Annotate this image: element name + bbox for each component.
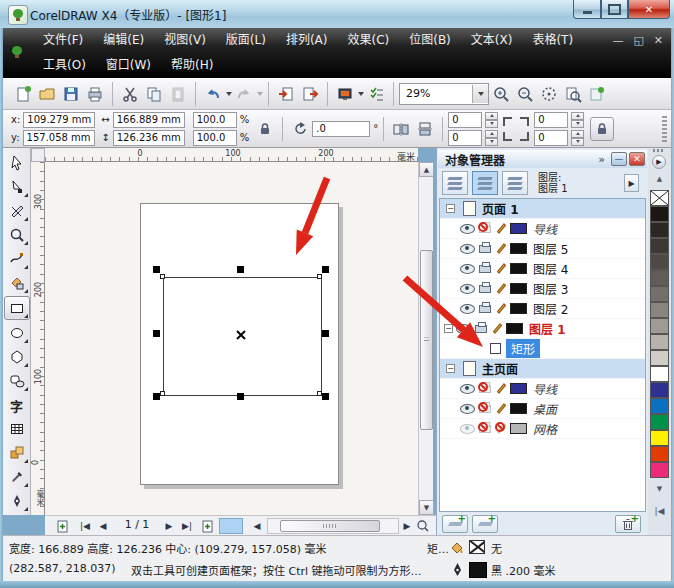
palette-swatch[interactable]: [650, 286, 669, 302]
edit-toggle[interactable]: [489, 321, 506, 337]
zoom-level-combo[interactable]: 29%: [399, 83, 489, 105]
page-tab[interactable]: [219, 518, 243, 534]
crop-tool[interactable]: [5, 200, 29, 222]
palette-swatch[interactable]: [650, 206, 669, 222]
last-page-button[interactable]: ▶|: [179, 518, 195, 534]
table-tool[interactable]: [5, 418, 29, 440]
redo-dropdown[interactable]: [257, 92, 263, 96]
layer-color-swatch[interactable]: [506, 323, 523, 334]
spinner-up-icon[interactable]: [485, 112, 498, 120]
pick-tool[interactable]: [5, 152, 29, 174]
layer-color-swatch[interactable]: [510, 303, 527, 314]
drawing-canvas[interactable]: [45, 162, 418, 515]
spinner-down-icon[interactable]: [571, 120, 584, 128]
next-page-button[interactable]: ▶: [161, 518, 177, 534]
layer-color-swatch[interactable]: [510, 243, 527, 254]
quick-zoom-button[interactable]: [415, 518, 431, 534]
mirror-vertical-button[interactable]: [413, 117, 437, 141]
rectangle-tool[interactable]: [4, 296, 30, 320]
print-button[interactable]: [83, 82, 107, 106]
corner-tr-spinner[interactable]: [571, 112, 584, 128]
rectangle-corner-node[interactable]: [160, 274, 165, 279]
layer-color-swatch[interactable]: [510, 423, 527, 434]
spinner-up-icon[interactable]: [571, 130, 584, 138]
corner-tl-spinner[interactable]: [485, 112, 498, 128]
document-icon[interactable]: [7, 40, 27, 64]
menu-help[interactable]: 帮助(H): [161, 53, 223, 78]
x-position-field[interactable]: 109.279 mm: [23, 112, 95, 128]
y-position-field[interactable]: 157.058 mm: [23, 130, 95, 146]
maximize-button[interactable]: [601, 0, 628, 19]
palette-swatch[interactable]: [650, 430, 669, 446]
palette-swatch[interactable]: [650, 334, 669, 350]
palette-expand-left[interactable]: |◀: [654, 506, 665, 516]
paste-button[interactable]: [166, 82, 190, 106]
palette-swatch[interactable]: [650, 366, 669, 382]
rectangle-selected-label[interactable]: 矩形: [506, 339, 540, 358]
print-toggle[interactable]: [476, 381, 493, 397]
palette-swatch[interactable]: [650, 414, 669, 430]
palette-scroll-up[interactable]: ▲: [654, 174, 665, 184]
mirror-horizontal-button[interactable]: [389, 117, 413, 141]
rotation-angle-field[interactable]: .0: [312, 121, 370, 137]
save-button[interactable]: [59, 82, 83, 106]
hscroll-thumb[interactable]: [280, 520, 380, 532]
edit-toggle[interactable]: [493, 421, 510, 437]
palette-swatch[interactable]: [650, 462, 669, 478]
collapse-box-icon[interactable]: −: [446, 204, 455, 213]
selection-handle-s[interactable]: [237, 393, 244, 400]
tree-row-master-page[interactable]: − 主页面: [440, 359, 645, 379]
redo-button[interactable]: [232, 82, 256, 106]
layer-color-swatch[interactable]: [510, 383, 527, 394]
edit-toggle[interactable]: [493, 221, 510, 237]
open-button[interactable]: [35, 82, 59, 106]
tree-row-layer5[interactable]: 图层 5: [440, 239, 645, 259]
import-button[interactable]: [274, 82, 298, 106]
visibility-toggle[interactable]: [459, 261, 476, 277]
tree-row-layer4[interactable]: 图层 4: [440, 259, 645, 279]
outline-tool[interactable]: [5, 490, 29, 512]
zoom-to-page-button[interactable]: [561, 82, 585, 106]
spinner-down-icon[interactable]: [485, 138, 498, 146]
visibility-toggle[interactable]: [455, 321, 472, 337]
vertical-ruler[interactable]: 300 200 100 0 毫米: [31, 162, 45, 515]
docker-flyout-button[interactable]: ▶: [624, 174, 639, 192]
freehand-tool[interactable]: [5, 248, 29, 270]
polygon-tool[interactable]: [5, 346, 29, 368]
doc-close-icon[interactable]: ✕: [654, 34, 663, 47]
print-toggle[interactable]: [476, 221, 493, 237]
selection-handle-ne[interactable]: [322, 266, 329, 273]
tree-row-guides[interactable]: 导线: [440, 219, 645, 239]
lock-ratio-button[interactable]: [253, 117, 277, 141]
print-toggle[interactable]: [476, 421, 493, 437]
print-toggle[interactable]: [476, 261, 493, 277]
menu-view[interactable]: 视图(V): [154, 28, 216, 53]
tree-row-layer3[interactable]: 图层 3: [440, 279, 645, 299]
palette-swatch-none[interactable]: [650, 190, 669, 206]
application-launcher-button[interactable]: [333, 82, 357, 106]
corner-radius-br-field[interactable]: 0: [534, 130, 568, 146]
menu-table[interactable]: 表格(T): [522, 28, 583, 53]
spinner-up-icon[interactable]: [485, 130, 498, 138]
selection-handle-nw[interactable]: [153, 266, 160, 273]
spinner-up-icon[interactable]: [571, 112, 584, 120]
new-master-layer-button[interactable]: [472, 515, 498, 533]
rectangle-corner-node[interactable]: [160, 391, 165, 396]
scroll-down-button[interactable]: ▼: [419, 500, 434, 515]
edit-toggle[interactable]: [493, 401, 510, 417]
print-toggle[interactable]: [472, 321, 489, 337]
eyedropper-tool[interactable]: [5, 466, 29, 488]
visibility-toggle[interactable]: [459, 421, 476, 437]
print-toggle[interactable]: [476, 401, 493, 417]
text-tool[interactable]: 字: [5, 394, 29, 416]
menu-bitmaps[interactable]: 位图(B): [399, 28, 461, 53]
vertical-scrollbar[interactable]: ▲ ▼: [418, 162, 433, 515]
palette-swatch[interactable]: [650, 222, 669, 238]
edit-toggle[interactable]: [493, 381, 510, 397]
horizontal-scrollbar[interactable]: [267, 518, 399, 534]
first-page-button[interactable]: |◀: [77, 518, 93, 534]
menu-text[interactable]: 文本(X): [461, 28, 523, 53]
tree-row-desktop[interactable]: 桌面: [440, 399, 645, 419]
tree-row-layer2[interactable]: 图层 2: [440, 299, 645, 319]
snap-to-button[interactable]: [585, 82, 609, 106]
